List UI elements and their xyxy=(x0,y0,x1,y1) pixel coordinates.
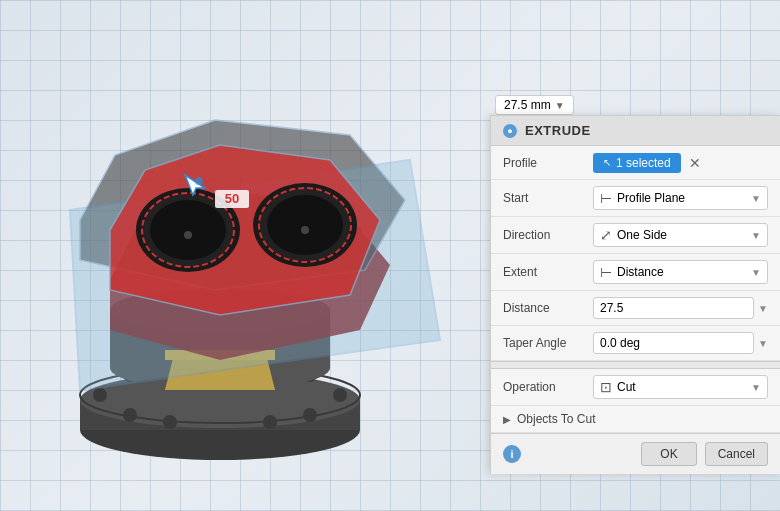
distance-input[interactable] xyxy=(600,301,747,315)
objects-to-cut-label: Objects To Cut xyxy=(517,412,595,426)
direction-row: Direction ⤢ One Side ▼ xyxy=(491,217,780,254)
operation-row: Operation ⊡ Cut ▼ xyxy=(491,369,780,406)
direction-arrow: ▼ xyxy=(751,230,761,241)
taper-angle-input[interactable] xyxy=(600,336,747,350)
svg-point-12 xyxy=(263,415,277,429)
operation-dropdown[interactable]: ⊡ Cut ▼ xyxy=(593,375,768,399)
panel-footer: i OK Cancel xyxy=(491,433,780,474)
cursor-icon: ↖ xyxy=(603,157,611,168)
svg-point-26 xyxy=(150,200,226,260)
svg-point-30 xyxy=(267,195,343,255)
svg-point-14 xyxy=(123,408,137,422)
svg-point-13 xyxy=(163,415,177,429)
start-dropdown[interactable]: ⊢ Profile Plane ▼ xyxy=(593,186,768,210)
start-arrow: ▼ xyxy=(751,193,761,204)
taper-angle-input-wrapper[interactable] xyxy=(593,332,754,354)
extent-control: ⊢ Distance ▼ xyxy=(593,260,768,284)
cancel-button[interactable]: Cancel xyxy=(705,442,768,466)
svg-point-31 xyxy=(301,226,309,234)
dimension-display[interactable]: 27.5 mm ▼ xyxy=(495,95,574,115)
start-icon: ⊢ xyxy=(600,190,612,206)
expand-icon: ▶ xyxy=(503,414,511,425)
operation-control: ⊡ Cut ▼ xyxy=(593,375,768,399)
dimension-dropdown-arrow[interactable]: ▼ xyxy=(555,100,565,111)
start-label: Start xyxy=(503,191,593,205)
direction-label: Direction xyxy=(503,228,593,242)
dimension-value: 27.5 mm xyxy=(504,98,551,112)
taper-angle-control: ▼ xyxy=(593,332,768,354)
taper-angle-row: Taper Angle ▼ xyxy=(491,326,780,361)
operation-value: Cut xyxy=(617,380,636,394)
svg-point-36 xyxy=(195,177,203,185)
info-button[interactable]: i xyxy=(503,445,521,463)
panel-body: Profile ↖ 1 selected ✕ Start ⊢ Profile P… xyxy=(491,146,780,433)
extent-value: Distance xyxy=(617,265,664,279)
extent-row: Extent ⊢ Distance ▼ xyxy=(491,254,780,291)
operation-label: Operation xyxy=(503,380,593,394)
viewport-3d[interactable]: 50 27.5 mm ▼ ● EXTRUDE Profile ↖ xyxy=(0,0,780,511)
distance-label: Distance xyxy=(503,301,593,315)
profile-label: Profile xyxy=(503,156,593,170)
svg-point-10 xyxy=(333,388,347,402)
extent-label: Extent xyxy=(503,265,593,279)
extent-icon: ⊢ xyxy=(600,264,612,280)
taper-angle-label: Taper Angle xyxy=(503,336,593,350)
direction-icon: ⤢ xyxy=(600,227,612,243)
operation-arrow: ▼ xyxy=(751,382,761,393)
profile-selected-label: 1 selected xyxy=(616,156,671,170)
panel-divider xyxy=(491,361,780,369)
model-3d: 50 xyxy=(20,20,480,490)
distance-input-wrapper[interactable] xyxy=(593,297,754,319)
start-control: ⊢ Profile Plane ▼ xyxy=(593,186,768,210)
panel-title: EXTRUDE xyxy=(525,123,591,138)
extent-dropdown[interactable]: ⊢ Distance ▼ xyxy=(593,260,768,284)
footer-buttons: OK Cancel xyxy=(641,442,768,466)
objects-to-cut-row[interactable]: ▶ Objects To Cut xyxy=(491,406,780,433)
distance-control: ▼ xyxy=(593,297,768,319)
ok-button[interactable]: OK xyxy=(641,442,696,466)
panel-header-icon: ● xyxy=(503,124,517,138)
direction-dropdown[interactable]: ⤢ One Side ▼ xyxy=(593,223,768,247)
profile-selected-button[interactable]: ↖ 1 selected xyxy=(593,153,681,173)
profile-clear-button[interactable]: ✕ xyxy=(685,155,705,171)
svg-point-4 xyxy=(93,388,107,402)
extent-arrow: ▼ xyxy=(751,267,761,278)
profile-control: ↖ 1 selected ✕ xyxy=(593,153,768,173)
profile-row: Profile ↖ 1 selected ✕ xyxy=(491,146,780,180)
direction-control: ⤢ One Side ▼ xyxy=(593,223,768,247)
start-value: Profile Plane xyxy=(617,191,685,205)
taper-angle-dropdown-arrow[interactable]: ▼ xyxy=(758,338,768,349)
svg-text:50: 50 xyxy=(225,191,239,206)
distance-row: Distance ▼ xyxy=(491,291,780,326)
distance-dropdown-arrow[interactable]: ▼ xyxy=(758,303,768,314)
panel-header: ● EXTRUDE xyxy=(491,116,780,146)
extrude-panel: ● EXTRUDE Profile ↖ 1 selected ✕ Start xyxy=(490,115,780,474)
svg-point-11 xyxy=(303,408,317,422)
direction-value: One Side xyxy=(617,228,667,242)
start-row: Start ⊢ Profile Plane ▼ xyxy=(491,180,780,217)
svg-point-27 xyxy=(184,231,192,239)
operation-icon: ⊡ xyxy=(600,379,612,395)
